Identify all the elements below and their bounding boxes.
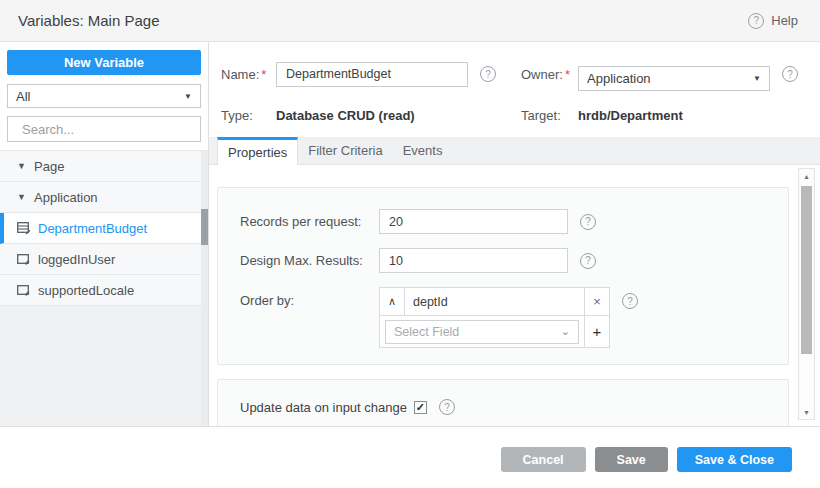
tree-item-departmentbudget[interactable]: DepartmentBudget — [0, 213, 208, 244]
crud-variable-icon — [17, 222, 31, 235]
variables-dialog: Variables: Main Page ? Help New Variable… — [0, 0, 820, 488]
data-settings-panel: Records per request: ? Design Max. Resul… — [217, 187, 789, 365]
records-per-request-input[interactable] — [379, 209, 568, 234]
tree-item-loggedinuser[interactable]: loggedInUser — [0, 244, 208, 275]
static-variable-icon — [17, 284, 31, 297]
static-variable-icon — [17, 253, 31, 266]
name-input[interactable] — [276, 62, 468, 87]
select-field-dropdown[interactable]: Select Field ⌄ — [385, 320, 579, 344]
owner-help-icon[interactable]: ? — [782, 66, 798, 82]
cancel-button[interactable]: Cancel — [501, 447, 586, 472]
variables-sidebar: New Variable All ▼ ▼ Page — [0, 42, 209, 426]
records-per-request-label: Records per request: — [240, 214, 379, 229]
tree-item-label: supportedLocale — [38, 283, 134, 298]
variable-search[interactable] — [7, 116, 201, 142]
help-label: Help — [771, 13, 798, 28]
add-field-button[interactable]: + — [584, 316, 609, 347]
content-scrollbar[interactable]: ▲ ▼ — [798, 168, 815, 420]
type-value: Database CRUD (read) — [276, 108, 415, 123]
dialog-body: New Variable All ▼ ▼ Page — [0, 42, 820, 427]
tab-properties[interactable]: Properties — [217, 137, 298, 165]
order-by-label: Order by: — [240, 293, 379, 308]
order-by-field-value: deptId — [405, 288, 584, 315]
behavior-settings-panel: Update data on input change ✓ ? Request … — [217, 379, 789, 426]
variable-filter-dropdown[interactable]: All ▼ — [7, 84, 201, 108]
sidebar-scrollbar[interactable] — [201, 151, 208, 426]
target-value: hrdb/Department — [578, 108, 683, 123]
update-data-label: Update data on input change — [240, 400, 407, 415]
update-data-checkbox[interactable]: ✓ — [414, 401, 427, 414]
order-by-add-row: Select Field ⌄ + — [380, 316, 609, 347]
owner-dropdown[interactable]: Application ▼ — [578, 66, 770, 91]
target-label: Target: — [521, 108, 569, 123]
sidebar-scrollbar-thumb[interactable] — [201, 209, 208, 245]
tree-group-page[interactable]: ▼ Page — [0, 151, 208, 182]
name-help-icon[interactable]: ? — [480, 66, 496, 82]
chevron-down-icon: ⌄ — [561, 325, 570, 338]
sidebar-controls: New Variable All ▼ — [0, 42, 208, 150]
sort-ascending-button[interactable]: ∧ — [380, 288, 405, 315]
scroll-down-icon[interactable]: ▼ — [799, 406, 814, 418]
design-max-help-icon[interactable]: ? — [580, 253, 596, 269]
owner-label: Owner:* — [521, 67, 569, 82]
help-button[interactable]: ? Help — [748, 13, 798, 29]
required-marker: * — [261, 67, 266, 82]
remove-field-button[interactable]: × — [584, 288, 609, 315]
collapse-arrow-icon: ▼ — [17, 192, 27, 202]
order-by-entry: ∧ deptId × — [380, 288, 609, 316]
dialog-footer: Cancel Save Save & Close — [0, 427, 820, 488]
variables-tree: ▼ Page ▼ Application DepartmentBudget — [0, 150, 208, 426]
help-icon: ? — [748, 13, 764, 29]
tab-filter-criteria[interactable]: Filter Criteria — [298, 137, 392, 164]
order-by-widget: ∧ deptId × Select Field ⌄ — [379, 287, 610, 348]
save-and-close-button[interactable]: Save & Close — [677, 447, 792, 472]
search-input[interactable] — [22, 122, 198, 137]
tab-events[interactable]: Events — [393, 137, 453, 164]
owner-value: Application — [587, 71, 651, 86]
type-label: Type: — [221, 108, 267, 123]
tree-group-application[interactable]: ▼ Application — [0, 182, 208, 213]
records-help-icon[interactable]: ? — [580, 214, 596, 230]
update-data-help-icon[interactable]: ? — [439, 399, 455, 415]
scroll-up-icon[interactable]: ▲ — [799, 170, 814, 182]
order-by-help-icon[interactable]: ? — [622, 293, 638, 309]
save-button[interactable]: Save — [595, 447, 668, 472]
tree-item-supportedlocale[interactable]: supportedLocale — [0, 275, 208, 306]
select-field-placeholder: Select Field — [394, 325, 459, 339]
tree-group-label: Application — [34, 190, 98, 205]
chevron-down-icon: ▼ — [184, 92, 192, 101]
required-marker: * — [565, 67, 570, 82]
design-max-results-label: Design Max. Results: — [240, 253, 379, 268]
page-title: Variables: Main Page — [18, 12, 159, 29]
content-scrollbar-thumb[interactable] — [801, 186, 812, 354]
variable-detail-pane: Name:* ? Owner:* Application ▼ ? — [209, 42, 820, 426]
tree-group-label: Page — [34, 159, 64, 174]
name-label: Name:* — [221, 67, 267, 82]
collapse-arrow-icon: ▼ — [17, 161, 27, 171]
new-variable-button[interactable]: New Variable — [7, 50, 201, 75]
tree-item-label: DepartmentBudget — [38, 221, 147, 236]
design-max-results-input[interactable] — [379, 248, 568, 273]
properties-tab-content: Records per request: ? Design Max. Resul… — [209, 165, 820, 426]
variable-summary: Name:* ? Owner:* Application ▼ ? — [209, 42, 820, 123]
detail-tabs: Properties Filter Criteria Events — [209, 137, 820, 165]
chevron-down-icon: ▼ — [753, 74, 761, 83]
dialog-header: Variables: Main Page ? Help — [0, 0, 820, 42]
tree-item-label: loggedInUser — [38, 252, 115, 267]
variable-filter-value: All — [16, 89, 30, 104]
